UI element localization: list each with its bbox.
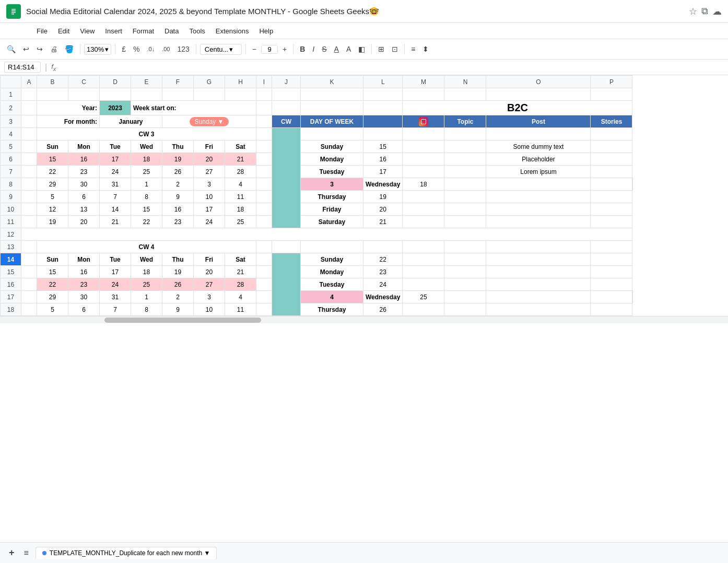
separator-6 (371, 44, 372, 54)
row-num-10[interactable]: 10 (1, 203, 21, 216)
day-of-week-header: DAY OF WEEK (301, 115, 363, 127)
day-mon: Mon (68, 140, 99, 153)
year-value: 2023 (100, 101, 131, 115)
title-bar: Social Media Editorial Calendar 2024, 20… (0, 0, 728, 23)
menu-tools[interactable]: Tools (184, 25, 210, 37)
borders-button[interactable]: ⊞ (375, 43, 387, 55)
more-formats-button[interactable]: 123 (174, 43, 192, 55)
italic-button[interactable]: I (310, 43, 317, 55)
print-button[interactable]: 🖨 (48, 43, 60, 55)
sheet-tab[interactable]: TEMPLATE_MONTHLY_Duplicate for each new … (36, 547, 217, 559)
zoom-selector[interactable]: 130% ▾ (84, 44, 111, 55)
placeholder-text-3: Lorem ipsum (486, 166, 590, 178)
col-header-b[interactable]: B (37, 76, 68, 88)
menu-insert[interactable]: Insert (100, 25, 127, 37)
menu-extensions[interactable]: Extensions (210, 25, 254, 37)
col-header-m[interactable]: M (403, 76, 444, 88)
font-size-increase-button[interactable]: + (280, 43, 289, 55)
cell-reference[interactable]: R14:S14 (4, 62, 41, 73)
sheet-menu-button[interactable]: ≡ (21, 547, 31, 559)
cw-header: CW (272, 115, 300, 127)
cell-c8: 30 (68, 178, 99, 190)
day-dropdown[interactable]: Sunday ▼ (190, 117, 229, 126)
valign-button[interactable]: ⬍ (420, 43, 431, 55)
row-num-13[interactable]: 13 (1, 241, 21, 253)
instagram-header (403, 115, 444, 127)
formula-input[interactable] (60, 62, 724, 72)
font-size-input-container[interactable] (261, 45, 278, 54)
row-num-17[interactable]: 17 (1, 291, 21, 303)
menu-format[interactable]: Format (127, 25, 159, 37)
col-header-o[interactable]: O (486, 76, 591, 88)
spreadsheet-area: A B C D E F G H I J K L M N O P 1 (0, 75, 728, 542)
copy-icon[interactable]: ⧉ (701, 6, 708, 17)
menu-help[interactable]: Help (254, 25, 278, 37)
table-row: 15 15 16 17 18 19 20 21 Monday 23 (1, 266, 633, 278)
cell-f16: 26 (162, 278, 193, 290)
cell-c16: 23 (68, 278, 99, 290)
add-sheet-button[interactable]: + (6, 546, 17, 560)
row-num-5[interactable]: 5 (1, 140, 21, 153)
cloud-icon[interactable]: ☁ (712, 6, 722, 17)
col-header-h[interactable]: H (225, 76, 256, 88)
col-header-a[interactable]: A (21, 76, 37, 88)
row-num-15[interactable]: 15 (1, 266, 21, 278)
star-icon[interactable]: ☆ (689, 6, 697, 17)
undo-button[interactable]: ↩ (20, 43, 32, 55)
bold-button[interactable]: B (297, 43, 308, 55)
col-header-g[interactable]: G (194, 76, 225, 88)
redo-button[interactable]: ↪ (34, 43, 45, 55)
col-header-l[interactable]: L (363, 76, 403, 88)
col-header-i[interactable]: I (256, 76, 272, 88)
row-num-3[interactable]: 3 (1, 115, 21, 128)
percent-button[interactable]: % (131, 43, 142, 55)
menu-file[interactable]: File (31, 25, 53, 37)
col-header-e[interactable]: E (131, 76, 162, 88)
merge-button[interactable]: ⊡ (389, 43, 401, 55)
menu-data[interactable]: Data (159, 25, 184, 37)
row-num-2[interactable]: 2 (1, 101, 21, 115)
row-num-1[interactable]: 1 (1, 88, 21, 101)
row-num-6[interactable]: 6 (1, 153, 21, 166)
row-num-16[interactable]: 16 (1, 278, 21, 291)
cell-e10: 15 (131, 203, 162, 215)
col-header-f[interactable]: F (162, 76, 194, 88)
currency-button[interactable]: £ (119, 43, 128, 55)
row-num-7[interactable]: 7 (1, 166, 21, 178)
row-num-4[interactable]: 4 (1, 128, 21, 140)
decimal-increase-button[interactable]: .00 (159, 44, 172, 54)
align-button[interactable]: ≡ (408, 43, 418, 55)
decimal-decrease-button[interactable]: .0↓ (145, 44, 158, 54)
cell-c18: 6 (68, 303, 99, 315)
underline-button[interactable]: A (332, 43, 342, 55)
font-size-input[interactable] (262, 45, 277, 53)
col-header-p[interactable]: P (591, 76, 632, 88)
strikethrough-button[interactable]: S (319, 43, 329, 55)
font-size-decrease-button[interactable]: − (250, 43, 259, 55)
text-color-button[interactable]: A (344, 43, 354, 55)
font-selector[interactable]: Centu... ▾ (200, 44, 242, 55)
col-header-n[interactable]: N (444, 76, 486, 88)
row-num-18[interactable]: 18 (1, 303, 21, 316)
row-num-14[interactable]: 14 (1, 253, 21, 266)
col-header-j[interactable]: J (272, 76, 301, 88)
table-row: 6 15 16 17 18 19 20 21 Monday 16 Placeho… (1, 153, 633, 166)
menu-edit[interactable]: Edit (53, 25, 75, 37)
cw-number-4: 4 (301, 291, 363, 303)
row-num-12[interactable]: 12 (1, 228, 21, 241)
separator-2 (115, 44, 115, 54)
col-header-c[interactable]: C (68, 76, 100, 88)
fill-color-button[interactable]: ◧ (356, 43, 368, 55)
row-num-11[interactable]: 11 (1, 216, 21, 228)
cell-b15: 15 (37, 266, 68, 278)
search-button[interactable]: 🔍 (4, 43, 18, 55)
col-header-d[interactable]: D (100, 76, 131, 88)
col-header-k[interactable]: K (301, 76, 363, 88)
row-num-9[interactable]: 9 (1, 191, 21, 203)
cell-g16: 27 (194, 278, 225, 290)
row-num-8[interactable]: 8 (1, 178, 21, 191)
paint-format-button[interactable]: 🪣 (62, 43, 76, 55)
menu-view[interactable]: View (75, 25, 100, 37)
cell-h8: 4 (225, 178, 256, 190)
day-of-week-wednesday-cw4: Wednesday (363, 291, 402, 303)
